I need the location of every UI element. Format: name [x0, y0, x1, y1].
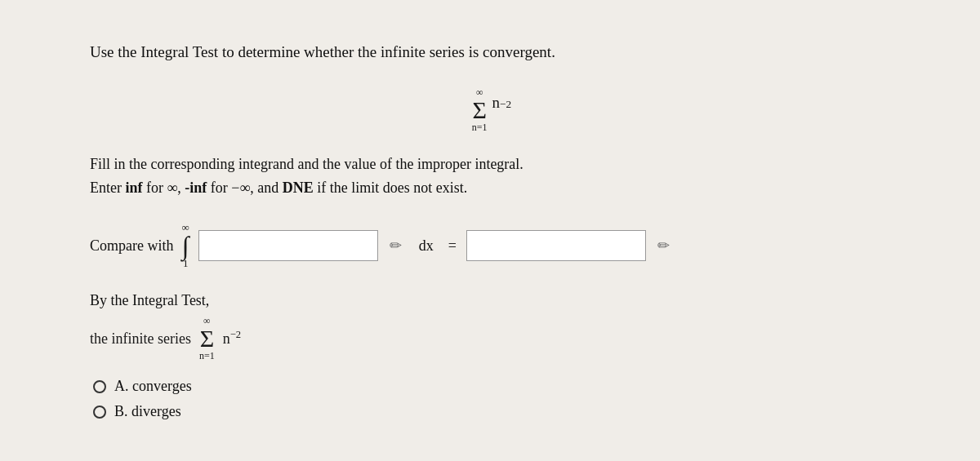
integral-lower: 1 — [183, 258, 189, 269]
option-a[interactable]: A. converges — [93, 378, 890, 395]
dne-keyword: DNE — [283, 180, 314, 196]
option-a-label: A. converges — [114, 378, 192, 395]
options-section: A. converges B. diverges — [93, 378, 890, 420]
neg-inf-keyword: -inf — [185, 180, 207, 196]
compare-row: Compare with ∞ ∫ 1 ✏ dx = ✏ — [90, 222, 890, 268]
option-b[interactable]: B. diverges — [93, 403, 890, 420]
infinite-series-row: the infinite series ∞ Σ n=1 n−2 — [90, 316, 890, 361]
radio-b[interactable] — [93, 406, 106, 419]
integrand-pencil-icon[interactable]: ✏ — [385, 234, 408, 257]
series-notation: ∞ Σ n=1 n−2 — [469, 87, 511, 133]
summation-symbol: ∞ Σ n=1 — [472, 87, 488, 133]
compare-with-label: Compare with — [90, 237, 173, 255]
sum-lower-limit: n=1 — [472, 122, 488, 133]
series-math: ∞ Σ n=1 n−2 — [469, 87, 511, 133]
equals-sign: = — [448, 237, 457, 255]
result-pencil-icon[interactable]: ✏ — [653, 234, 675, 257]
inline-exponent: −2 — [230, 329, 241, 340]
integral-limits: ∞ ∫ 1 — [181, 222, 189, 268]
inline-term: n−2 — [223, 330, 241, 348]
inf-keyword: inf — [125, 180, 142, 196]
inline-summation: ∞ Σ n=1 — [199, 316, 215, 361]
integral-notation: ∞ ∫ 1 — [181, 222, 189, 268]
by-integral-test-label: By the Integral Test, — [90, 292, 890, 309]
sigma-symbol: Σ — [472, 98, 486, 122]
series-display: ∞ Σ n=1 n−2 — [90, 87, 890, 133]
term-base: n — [492, 94, 501, 112]
radio-a[interactable] — [93, 380, 106, 393]
inline-sum-lower: n=1 — [199, 351, 215, 361]
integral-symbol: ∫ — [182, 234, 189, 258]
dx-label: dx — [419, 237, 434, 255]
instructions: Fill in the corresponding integrand and … — [90, 153, 890, 200]
instructions-line2: Enter inf for ∞, -inf for −∞, and DNE if… — [90, 180, 467, 196]
inline-sigma: Σ — [200, 326, 214, 351]
result-input[interactable] — [466, 230, 646, 261]
infinite-series-prefix: the infinite series — [90, 330, 191, 348]
integrand-input[interactable] — [198, 230, 378, 261]
series-term: n−2 — [492, 94, 512, 112]
page-container: Use the Integral Test to determine wheth… — [90, 24, 890, 437]
main-question: Use the Integral Test to determine wheth… — [90, 41, 890, 64]
option-b-label: B. diverges — [114, 403, 181, 420]
instructions-line1: Fill in the corresponding integrand and … — [90, 156, 523, 172]
